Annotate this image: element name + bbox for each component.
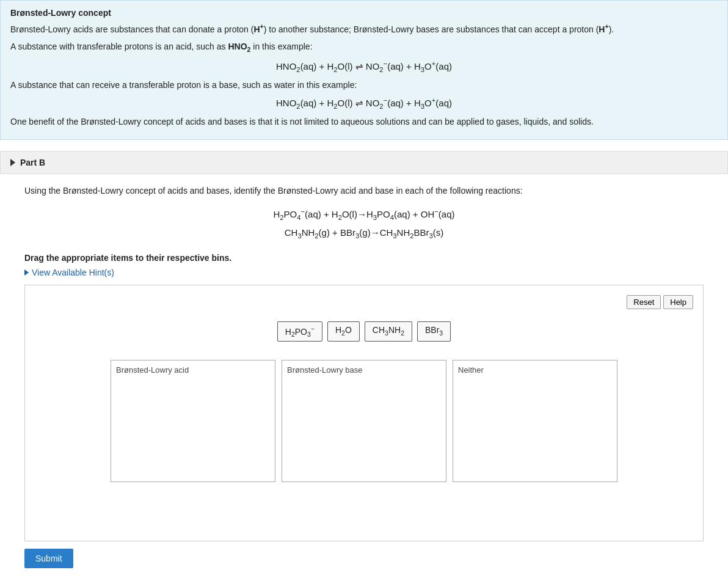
drop-bins-container: Brønsted-Lowry acid Brønsted-Lowry base … xyxy=(35,360,693,482)
drag-item-h2o[interactable]: H2O xyxy=(327,321,360,342)
hint-link-text: View Available Hint(s) xyxy=(32,268,114,277)
drag-item-bbr3[interactable]: BBr3 xyxy=(417,321,451,342)
toolbar-row: Reset Help xyxy=(35,295,693,309)
equation-1: HNO2(aq) + H2O(l) ⇌ NO2−(aq) + H3O+(aq) xyxy=(10,60,718,73)
drop-bin-base-label: Brønsted-Lowry base xyxy=(287,365,363,375)
hint-link[interactable]: View Available Hint(s) xyxy=(24,268,704,277)
part-b-label: Part B xyxy=(20,158,45,167)
drag-drop-area: Reset Help H2PO3− H2O CH3NH2 BBr3 Brønst… xyxy=(24,285,704,541)
part-b-header[interactable]: Part B xyxy=(0,151,728,174)
reaction-eq1: H2PO4−(aq) + H2O(l)→H3PO4(aq) + OH−(aq) xyxy=(24,205,704,224)
reset-button[interactable]: Reset xyxy=(627,295,661,309)
part-b-toggle-icon xyxy=(10,159,15,166)
part-b-instructions: Using the Brønsted-Lowry concept of acid… xyxy=(24,184,704,197)
drag-instructions: Drag the appropriate items to their resp… xyxy=(24,253,704,263)
concept-text1: Brønsted-Lowry acids are substances that… xyxy=(10,21,718,36)
concept-text2: A substance with transferable protons is… xyxy=(10,40,718,55)
drop-bin-neither-label: Neither xyxy=(458,365,484,375)
concept-text4: One benefit of the Brønsted-Lowry concep… xyxy=(10,115,718,128)
concept-text3: A substance that can receive a transfera… xyxy=(10,78,718,92)
reactions-equations: H2PO4−(aq) + H2O(l)→H3PO4(aq) + OH−(aq) … xyxy=(24,205,704,243)
drop-bin-neither[interactable]: Neither xyxy=(453,360,617,482)
drop-bin-acid-label: Brønsted-Lowry acid xyxy=(116,365,189,375)
reaction-eq2: CH3NH2(g) + BBr3(g)→CH3NH2BBr3(s) xyxy=(24,224,704,243)
drag-item-ch3nh2[interactable]: CH3NH2 xyxy=(365,321,412,342)
concept-title: Brønsted-Lowry concept xyxy=(10,8,718,18)
help-button[interactable]: Help xyxy=(663,295,693,309)
submit-button[interactable]: Submit xyxy=(24,549,73,568)
hint-triangle-icon xyxy=(24,269,29,276)
draggable-items-container: H2PO3− H2O CH3NH2 BBr3 xyxy=(35,321,693,342)
drag-item-h2po4[interactable]: H2PO3− xyxy=(277,321,322,342)
part-b-body: Using the Brønsted-Lowry concept of acid… xyxy=(0,174,728,578)
concept-box: Brønsted-Lowry concept Brønsted-Lowry ac… xyxy=(0,0,728,140)
drop-bin-acid[interactable]: Brønsted-Lowry acid xyxy=(111,360,275,482)
drop-bin-base[interactable]: Brønsted-Lowry base xyxy=(282,360,446,482)
equation-2: HNO2(aq) + H2O(l) ⇌ NO2−(aq) + H3O+(aq) xyxy=(10,97,718,110)
